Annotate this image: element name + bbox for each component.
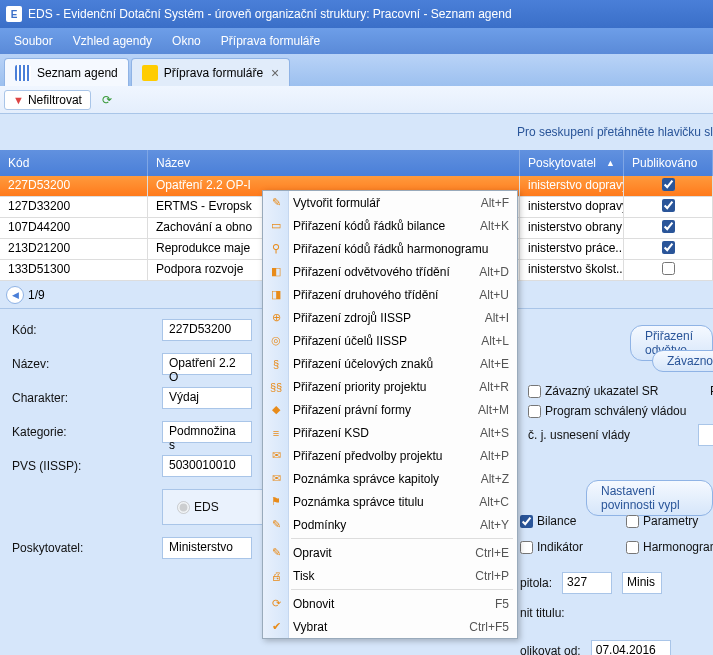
filter-toolbar: ▼ Nefiltrovat ⟳	[0, 86, 713, 114]
context-menu-item[interactable]: ▭Přiřazení kódů řádků bilanceAlt+K	[263, 214, 517, 237]
menu-item-label: Přiřazení zdrojů IISSP	[293, 311, 485, 325]
charakter-select[interactable]: Výdaj	[162, 387, 252, 409]
cell-poskytovatel: inisterstvo školst...	[520, 260, 624, 280]
refresh-icon[interactable]: ⟳	[97, 90, 117, 110]
harmonogram-label: Harmonogram	[643, 540, 713, 554]
context-menu-item[interactable]: ✔VybratCtrl+F5	[263, 615, 517, 638]
kod-input[interactable]: 227D53200	[162, 319, 252, 341]
menu-item-shortcut: Alt+L	[481, 334, 509, 348]
indikator-row: Indikátor	[520, 540, 614, 554]
context-menu-item[interactable]: §Přiřazení účelových znakůAlt+E	[263, 352, 517, 375]
zavazny-checkbox[interactable]	[528, 385, 541, 398]
menu-item-icon: ✉	[267, 470, 285, 488]
context-menu-item[interactable]: ✉Přiřazení předvolby projektuAlt+P	[263, 444, 517, 467]
nazev-input[interactable]: Opatření 2.2 O	[162, 353, 252, 375]
bilance-checkbox[interactable]	[520, 515, 533, 528]
pager-prev-button[interactable]: ◀	[6, 286, 24, 304]
cell-poskytovatel: inisterstvo práce...	[520, 239, 624, 259]
program-label: Program schválený vládou	[545, 404, 686, 418]
radio-eds[interactable]: EDS	[177, 500, 272, 514]
menu-item-icon: ✔	[267, 618, 285, 636]
tab-priprava-formulare[interactable]: Příprava formuláře ×	[131, 58, 291, 86]
menu-item-label: Přiřazení druhového třídění	[293, 288, 479, 302]
menu-item-label: Poznámka správce titulu	[293, 495, 479, 509]
grid-header: Kód Název Poskytovatel▲ Publikováno	[0, 150, 713, 176]
pub-checkbox[interactable]	[662, 199, 675, 212]
indikator-checkbox[interactable]	[520, 541, 533, 554]
menu-item-icon: ✎	[267, 194, 285, 212]
nazev-label: Název:	[12, 357, 162, 371]
cell-kod: 133D51300	[0, 260, 148, 280]
context-menu-item[interactable]: ✎PodmínkyAlt+Y	[263, 513, 517, 536]
context-menu-item[interactable]: ✎Vytvořit formulářAlt+F	[263, 191, 517, 214]
col-header-publikovano[interactable]: Publikováno	[624, 150, 713, 176]
context-menu-item[interactable]: ⚲Přiřazení kódů řádků harmonogramu	[263, 237, 517, 260]
menu-item-shortcut: Alt+Z	[481, 472, 509, 486]
context-menu-item[interactable]: §§Přiřazení priority projektuAlt+R	[263, 375, 517, 398]
menu-item-shortcut: Ctrl+E	[475, 546, 509, 560]
menu-vzhled[interactable]: Vzhled agendy	[63, 30, 162, 52]
context-menu-item[interactable]: ◧Přiřazení odvětvového tříděníAlt+D	[263, 260, 517, 283]
filter-nefiltrovat-button[interactable]: ▼ Nefiltrovat	[4, 90, 91, 110]
pub-checkbox[interactable]	[662, 220, 675, 233]
kapitola-label: pitola:	[520, 576, 552, 590]
col-header-poskytovatel[interactable]: Poskytovatel▲	[520, 150, 624, 176]
kategorie-select[interactable]: Podmnožina s	[162, 421, 252, 443]
menu-item-icon: ◎	[267, 332, 285, 350]
pvs-input[interactable]: 5030010010	[162, 455, 252, 477]
cell-publikovano	[624, 260, 713, 280]
cell-poskytovatel: inisterstvo obrany	[520, 218, 624, 238]
menu-item-icon: ✎	[267, 516, 285, 534]
pub-checkbox[interactable]	[662, 178, 675, 191]
menu-item-shortcut: Alt+M	[478, 403, 509, 417]
close-icon[interactable]: ×	[271, 65, 279, 81]
sort-asc-icon: ▲	[606, 158, 615, 168]
col-header-kod[interactable]: Kód	[0, 150, 148, 176]
menu-item-shortcut: Alt+S	[480, 426, 509, 440]
col-header-nazev[interactable]: Název	[148, 150, 520, 176]
tab-seznam-agend[interactable]: Seznam agend	[4, 58, 129, 86]
publikovat-label: olikovat od:	[520, 644, 581, 655]
program-checkbox-row: Program schválený vládou	[528, 404, 713, 418]
menu-okno[interactable]: Okno	[162, 30, 211, 52]
menu-item-label: Opravit	[293, 546, 475, 560]
context-menu-item[interactable]: ✉Poznámka správce kapitolyAlt+Z	[263, 467, 517, 490]
kapitola-extra-input[interactable]: Minis	[622, 572, 662, 594]
menu-item-shortcut: Alt+Y	[480, 518, 509, 532]
context-menu-item[interactable]: ⊕Přiřazení zdrojů IISSPAlt+I	[263, 306, 517, 329]
menu-soubor[interactable]: Soubor	[4, 30, 63, 52]
parametry-checkbox[interactable]	[626, 515, 639, 528]
kapitola-input[interactable]: 327	[562, 572, 612, 594]
menu-item-label: Tisk	[293, 569, 475, 583]
usneseni-row: č. j. usnesení vlády	[528, 424, 713, 446]
context-menu-item[interactable]: ⚑Poznámka správce tituluAlt+C	[263, 490, 517, 513]
menu-item-label: Přiřazení priority projektu	[293, 380, 479, 394]
context-menu-item[interactable]: ◆Přiřazení právní formyAlt+M	[263, 398, 517, 421]
pvs-label: PVS (IISSP):	[12, 459, 162, 473]
context-menu-item[interactable]: ≡Přiřazení KSDAlt+S	[263, 421, 517, 444]
context-menu-item[interactable]: 🖨TiskCtrl+P	[263, 564, 517, 587]
zavazny-label: Závazný ukazatel SR	[545, 384, 658, 398]
context-menu-item[interactable]: ◎Přiřazení účelů IISSPAlt+L	[263, 329, 517, 352]
menu-item-label: Přiřazení předvolby projektu	[293, 449, 480, 463]
publikovat-date-input[interactable]: 07.04.2016	[591, 640, 671, 655]
pub-checkbox[interactable]	[662, 241, 675, 254]
menu-priprava[interactable]: Příprava formuláře	[211, 30, 330, 52]
zavaznost-button[interactable]: Závaznos	[652, 350, 713, 372]
program-checkbox[interactable]	[528, 405, 541, 418]
menu-item-icon: ◨	[267, 286, 285, 304]
window-title: EDS - Evidenční Dotační Systém - úroveň …	[28, 7, 512, 21]
context-menu: ✎Vytvořit formulářAlt+F▭Přiřazení kódů ř…	[262, 190, 518, 639]
menu-item-shortcut: Alt+K	[480, 219, 509, 233]
context-menu-item[interactable]: ⟳ObnovitF5	[263, 592, 517, 615]
usneseni-input[interactable]	[698, 424, 713, 446]
context-menu-item[interactable]: ◨Přiřazení druhového tříděníAlt+U	[263, 283, 517, 306]
menu-item-icon: 🖨	[267, 567, 285, 585]
harmonogram-checkbox[interactable]	[626, 541, 639, 554]
pub-checkbox[interactable]	[662, 262, 675, 275]
radio-eds-input[interactable]	[177, 501, 190, 514]
filter-label: Nefiltrovat	[28, 93, 82, 107]
poskytovatel-select[interactable]: Ministerstvo	[162, 537, 252, 559]
menu-item-label: Přiřazení účelů IISSP	[293, 334, 481, 348]
context-menu-item[interactable]: ✎OpravitCtrl+E	[263, 541, 517, 564]
